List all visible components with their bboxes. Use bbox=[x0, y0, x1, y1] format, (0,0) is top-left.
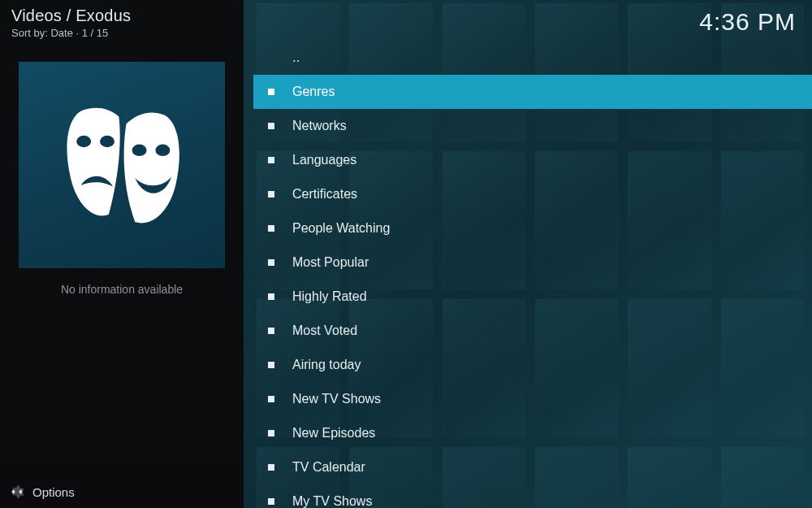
square-bullet-icon bbox=[268, 89, 274, 95]
menu-item-label: New TV Shows bbox=[292, 392, 381, 406]
menu-item-label: Most Popular bbox=[292, 255, 369, 270]
menu-item-label: New Episodes bbox=[292, 426, 375, 441]
menu-item[interactable]: Networks bbox=[253, 109, 812, 143]
addon-thumbnail bbox=[19, 62, 225, 268]
theater-masks-icon bbox=[49, 90, 195, 240]
menu-item[interactable]: My TV Shows bbox=[253, 484, 812, 508]
clock: 4:36 PM bbox=[699, 8, 796, 36]
menu-item[interactable]: Certificates bbox=[253, 177, 812, 211]
square-bullet-icon bbox=[268, 328, 274, 334]
menu-item-label: Most Voted bbox=[292, 323, 357, 338]
position-sep: · bbox=[73, 27, 82, 39]
list-position: 1 / 15 bbox=[82, 27, 109, 39]
options-button[interactable]: Options bbox=[0, 475, 244, 508]
square-bullet-icon bbox=[268, 362, 274, 368]
square-bullet-icon bbox=[268, 225, 274, 232]
menu-item-label: Genres bbox=[292, 85, 335, 99]
options-icon bbox=[10, 484, 24, 499]
sort-prefix: Sort by: bbox=[11, 27, 50, 39]
square-bullet-icon bbox=[268, 293, 274, 300]
info-caption: No information available bbox=[11, 283, 232, 296]
menu-list: .. GenresNetworksLanguagesCertificatesPe… bbox=[253, 41, 812, 508]
options-label: Options bbox=[32, 485, 75, 499]
square-bullet-icon bbox=[268, 396, 274, 402]
square-bullet-icon bbox=[268, 191, 274, 198]
sort-field: Date bbox=[50, 27, 72, 39]
menu-item-label: Certificates bbox=[292, 187, 357, 202]
menu-item[interactable]: Languages bbox=[253, 143, 812, 177]
menu-item-label: Languages bbox=[292, 153, 356, 167]
svg-point-2 bbox=[132, 145, 147, 156]
menu-item-label: TV Calendar bbox=[292, 460, 365, 475]
menu-item[interactable]: Most Voted bbox=[253, 314, 812, 348]
svg-point-1 bbox=[100, 136, 114, 147]
menu-item[interactable]: Airing today bbox=[253, 348, 812, 382]
square-bullet-icon bbox=[268, 498, 274, 505]
menu-item[interactable]: Highly Rated bbox=[253, 280, 812, 314]
menu-item-label: People Watching bbox=[292, 221, 390, 236]
svg-point-3 bbox=[155, 145, 170, 156]
side-panel: Videos / Exodus Sort by: Date · 1 / 15 bbox=[0, 0, 244, 508]
svg-point-0 bbox=[76, 136, 91, 147]
menu-item-label: My TV Shows bbox=[292, 494, 372, 508]
breadcrumb: Videos / Exodus bbox=[11, 7, 232, 25]
square-bullet-icon bbox=[268, 464, 274, 471]
menu-item[interactable]: New Episodes bbox=[253, 416, 812, 450]
square-bullet-icon bbox=[268, 123, 274, 129]
menu-item[interactable]: New TV Shows bbox=[253, 382, 812, 416]
menu-item[interactable]: People Watching bbox=[253, 211, 812, 245]
square-bullet-icon bbox=[268, 430, 274, 436]
menu-item-label: Networks bbox=[292, 119, 347, 133]
square-bullet-icon bbox=[268, 259, 274, 266]
menu-item[interactable]: Genres bbox=[253, 75, 812, 109]
menu-parent-label: .. bbox=[292, 50, 300, 66]
sort-info: Sort by: Date · 1 / 15 bbox=[11, 27, 232, 39]
menu-item[interactable]: Most Popular bbox=[253, 245, 812, 280]
menu-item-label: Airing today bbox=[292, 358, 361, 372]
menu-item[interactable]: TV Calendar bbox=[253, 450, 812, 484]
menu-item-label: Highly Rated bbox=[292, 289, 367, 304]
square-bullet-icon bbox=[268, 157, 274, 163]
menu-parent[interactable]: .. bbox=[253, 41, 812, 75]
